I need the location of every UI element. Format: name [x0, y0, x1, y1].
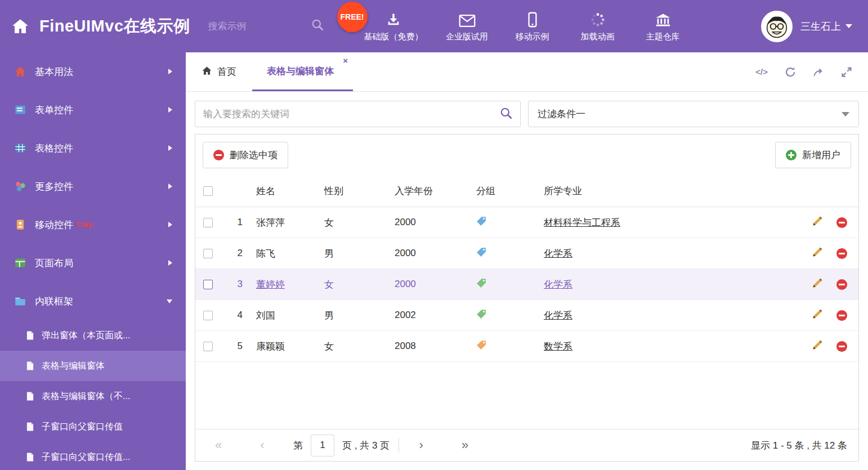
table-row[interactable]: 1 张萍萍 女 2000 材料科学与工程系 [195, 207, 858, 238]
edit-pencil-icon[interactable] [812, 277, 823, 292]
delete-row-icon[interactable] [836, 341, 847, 352]
sidebar-subitem-grid-edit-window-2[interactable]: 表格与编辑窗体（不... [0, 381, 186, 411]
mobile-controls-icon [15, 219, 26, 230]
sidebar-item-iframe[interactable]: 内联框架 [0, 282, 186, 320]
row-index: 2 [226, 248, 248, 259]
sidebar-item-more-controls[interactable]: 更多控件 [0, 167, 186, 205]
table-row[interactable]: 2 陈飞 男 2000 化学系 [195, 238, 858, 269]
tab-home[interactable]: 首页 [186, 52, 252, 91]
nav-item-mobile-demo[interactable]: 移动示例 [511, 11, 554, 42]
more-controls-icon [15, 181, 26, 192]
top-nav: FREE! 基础版（免费） 企业版试用 移动示例 [364, 11, 684, 42]
keyword-search-box [195, 101, 521, 127]
sidebar-item-form-controls[interactable]: 表单控件 [0, 91, 186, 129]
source-code-icon[interactable]: </> [755, 67, 768, 77]
user-menu[interactable]: 三生石上 [761, 11, 868, 42]
sidebar-subitem-child-to-parent[interactable]: 子窗口向父窗口传值 [0, 411, 186, 442]
sidebar-item-basic-usage[interactable]: 基本用法 [0, 52, 186, 91]
page-icon [26, 330, 34, 341]
keyword-search-input[interactable] [203, 109, 500, 120]
row-checkbox[interactable] [203, 311, 213, 320]
body-row: 基本用法 表单控件 表格控件 更多 [0, 52, 868, 470]
header-search-placeholder: 搜索示例 [208, 20, 247, 33]
top-header: FineUIMvc在线示例 搜索示例 FREE! 基础版（免费） 企业版试用 [0, 0, 868, 52]
sidebar-subitem-label: 弹出窗体（本页面或... [42, 330, 130, 342]
sidebar-subitem-child-to-parent-2[interactable]: 子窗口向父窗口传值... [0, 442, 186, 470]
nav-item-basic-free[interactable]: FREE! 基础版（免费） [364, 11, 423, 42]
tag-icon [468, 340, 536, 353]
sidebar-subitem-label: 子窗口向父窗口传值 [42, 421, 123, 433]
filter-dropdown[interactable]: 过滤条件一 [528, 101, 859, 127]
cell-name: 董婷婷 [248, 278, 316, 291]
app-title: FineUIMvc在线示例 [39, 15, 190, 38]
nav-item-loading-animation[interactable]: 加载动画 [576, 11, 619, 42]
chevron-right-icon [168, 107, 172, 113]
delete-row-icon[interactable] [836, 279, 847, 290]
page-prefix-label: 第 [293, 439, 303, 452]
table-row[interactable]: 4 刘国 男 2002 化学系 [195, 300, 858, 331]
major-link[interactable]: 数学系 [544, 341, 572, 352]
row-checkbox[interactable] [203, 280, 213, 289]
share-icon[interactable] [813, 66, 824, 78]
prev-page-icon[interactable]: ‹ [254, 438, 271, 453]
chevron-down-icon [845, 24, 852, 28]
major-link[interactable]: 化学系 [544, 248, 572, 259]
row-checkbox[interactable] [203, 249, 213, 258]
delete-row-icon[interactable] [836, 310, 847, 321]
delete-row-icon[interactable] [836, 217, 847, 228]
nav-item-enterprise-trial[interactable]: 企业版试用 [446, 11, 489, 42]
sidebar-item-label: 表格控件 [35, 142, 73, 155]
edit-pencil-icon[interactable] [812, 247, 823, 261]
search-icon[interactable] [311, 19, 324, 34]
edit-pencil-icon[interactable] [812, 308, 823, 323]
table-empty-area [195, 362, 858, 429]
pager-divider [399, 438, 399, 453]
table-row[interactable]: 5 康颖颖 女 2008 数学系 [195, 331, 858, 362]
tag-icon [468, 216, 536, 229]
next-page-icon[interactable]: › [413, 438, 429, 453]
last-page-icon[interactable]: » [457, 438, 473, 453]
col-header-major: 所学专业 [536, 185, 788, 198]
col-header-group: 分组 [468, 185, 536, 198]
select-all-checkbox[interactable] [203, 186, 213, 196]
col-header-name: 姓名 [248, 185, 316, 198]
tab-bar: 首页 表格与编辑窗体 × </> [186, 52, 868, 92]
add-button-label: 新增用户 [802, 149, 840, 162]
close-icon[interactable]: × [343, 56, 348, 65]
brand[interactable]: FineUIMvc在线示例 [0, 15, 190, 38]
sidebar-item-grid-controls[interactable]: 表格控件 [0, 129, 186, 167]
col-header-year: 入学年份 [387, 185, 468, 198]
sidebar-item-page-layout[interactable]: 页面布局 [0, 244, 186, 282]
table-row-selected[interactable]: 3 董婷婷 女 2000 化学系 [195, 269, 858, 300]
filter-row: 过滤条件一 [186, 92, 868, 134]
delete-selected-button[interactable]: 删除选中项 [203, 142, 288, 168]
tab-grid-edit-window[interactable]: 表格与编辑窗体 × [252, 52, 353, 91]
chevron-right-icon [168, 183, 172, 189]
major-link[interactable]: 化学系 [544, 310, 572, 321]
sidebar-item-mobile-controls[interactable]: 移动控件 Corp. [0, 205, 186, 244]
page-icon [26, 422, 34, 432]
avatar[interactable] [761, 11, 793, 42]
page-number-input[interactable] [311, 435, 334, 456]
major-link[interactable]: 材料科学与工程系 [544, 217, 620, 228]
row-checkbox[interactable] [203, 218, 213, 227]
header-search[interactable]: 搜索示例 [208, 19, 324, 34]
edit-pencil-icon[interactable] [812, 216, 823, 230]
search-icon[interactable] [500, 107, 512, 122]
sidebar-subitem-popup-window[interactable]: 弹出窗体（本页面或... [0, 320, 186, 351]
expand-icon[interactable] [841, 66, 852, 78]
row-actions [788, 339, 851, 353]
edit-pencil-icon[interactable] [812, 339, 823, 353]
delete-row-icon[interactable] [836, 248, 847, 259]
sidebar-subitem-grid-edit-window[interactable]: 表格与编辑窗体 [0, 351, 186, 381]
cell-year: 2002 [387, 310, 468, 321]
row-checkbox[interactable] [203, 342, 213, 351]
first-page-icon[interactable]: « [210, 438, 227, 453]
nav-item-theme-store[interactable]: 主题仓库 [642, 11, 684, 42]
nav-label: 加载动画 [581, 32, 615, 42]
record-summary: 显示 1 - 5 条 , 共 12 条 [751, 439, 847, 452]
row-actions [788, 308, 851, 323]
refresh-icon[interactable] [785, 66, 796, 78]
major-link[interactable]: 化学系 [544, 279, 572, 290]
add-user-button[interactable]: 新增用户 [775, 142, 851, 168]
